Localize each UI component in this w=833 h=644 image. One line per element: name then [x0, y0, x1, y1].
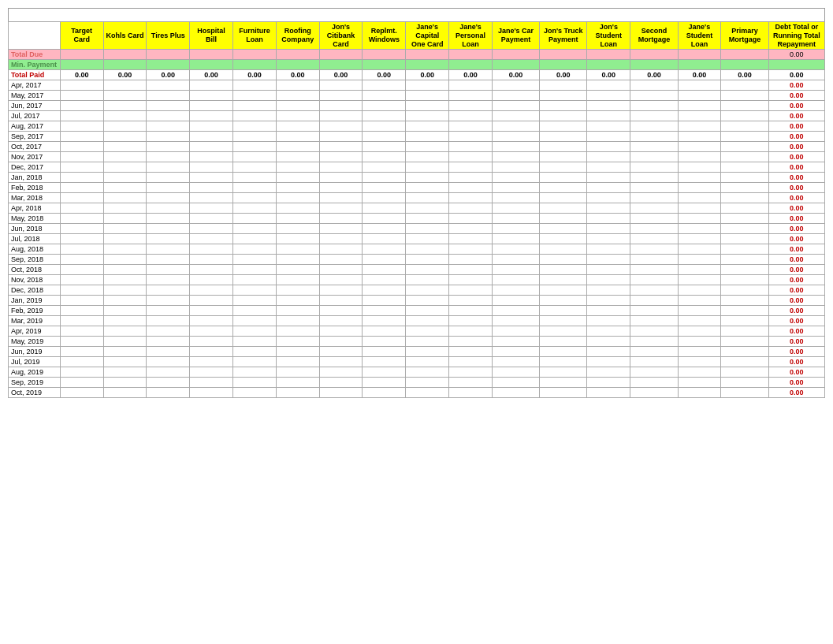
total-due-cell-9: [449, 50, 493, 60]
total-paid-cell-15: 0.00: [721, 70, 768, 80]
data-cell-4: [233, 296, 277, 306]
data-cell-9: [449, 347, 493, 357]
data-cell-12: [587, 101, 630, 111]
data-cell-14: [678, 255, 721, 265]
date-cell: Feb, 2019: [9, 306, 61, 316]
data-cell-14: [678, 285, 721, 296]
data-cell-12: [587, 80, 630, 91]
total-paid-cell-5: 0.00: [276, 70, 319, 80]
data-cell-10: [492, 337, 539, 347]
data-cell-9: [449, 142, 493, 152]
data-cell-5: [276, 316, 319, 326]
date-cell: May, 2019: [9, 337, 61, 347]
running-total: 0.00: [768, 388, 824, 398]
data-cell-4: [233, 326, 277, 337]
table-row: Sep, 20170.00: [9, 132, 825, 142]
data-cell-11: [540, 142, 587, 152]
data-cell-4: [233, 91, 277, 101]
data-cell-0: [60, 193, 103, 203]
data-cell-0: [60, 152, 103, 162]
table-row: May, 20190.00: [9, 337, 825, 347]
data-cell-9: [449, 80, 493, 91]
data-cell-0: [60, 285, 103, 296]
data-cell-3: [190, 183, 233, 193]
data-cell-9: [449, 357, 493, 367]
data-cell-7: [363, 265, 406, 275]
data-cell-2: [147, 275, 190, 285]
data-cell-7: [363, 337, 406, 347]
min-payment-cell-1: [103, 60, 147, 70]
data-cell-11: [540, 162, 587, 173]
data-cell-15: [721, 203, 768, 214]
data-cell-11: [540, 152, 587, 162]
data-cell-4: [233, 244, 277, 255]
data-cell-12: [587, 121, 630, 132]
data-cell-14: [678, 367, 721, 378]
min-payment-label: Min. Payment: [9, 60, 61, 70]
data-cell-12: [587, 337, 630, 347]
table-row: Aug, 20190.00: [9, 367, 825, 378]
data-cell-3: [190, 142, 233, 152]
data-cell-6: [319, 111, 363, 121]
table-row: Apr, 20170.00: [9, 80, 825, 91]
data-cell-14: [678, 203, 721, 214]
data-cell-6: [319, 183, 363, 193]
data-cell-4: [233, 378, 277, 388]
data-cell-6: [319, 265, 363, 275]
data-cell-1: [103, 285, 147, 296]
data-cell-12: [587, 326, 630, 337]
data-cell-3: [190, 244, 233, 255]
data-cell-11: [540, 275, 587, 285]
data-cell-8: [406, 214, 449, 224]
col-janes-car-header: Jane's CarPayment: [492, 22, 539, 50]
data-cell-3: [190, 214, 233, 224]
data-cell-6: [319, 132, 363, 142]
data-cell-3: [190, 173, 233, 183]
data-cell-0: [60, 101, 103, 111]
total-paid-cell-11: 0.00: [540, 70, 587, 80]
data-cell-1: [103, 152, 147, 162]
data-cell-3: [190, 193, 233, 203]
data-cell-7: [363, 162, 406, 173]
date-cell: May, 2018: [9, 214, 61, 224]
data-cell-0: [60, 234, 103, 244]
running-total: 0.00: [768, 193, 824, 203]
data-cell-3: [190, 162, 233, 173]
data-cell-8: [406, 306, 449, 316]
data-cell-2: [147, 296, 190, 306]
data-cell-4: [233, 121, 277, 132]
worksheet-container: TargetCard Kohls Card Tires Plus Hospita…: [0, 0, 833, 644]
data-cell-1: [103, 111, 147, 121]
data-cell-7: [363, 183, 406, 193]
data-cell-4: [233, 132, 277, 142]
data-cell-2: [147, 152, 190, 162]
data-cell-4: [233, 142, 277, 152]
data-cell-5: [276, 132, 319, 142]
data-cell-5: [276, 347, 319, 357]
data-cell-7: [363, 214, 406, 224]
data-cell-2: [147, 234, 190, 244]
data-cell-4: [233, 162, 277, 173]
date-cell: Apr, 2018: [9, 203, 61, 214]
data-cell-8: [406, 101, 449, 111]
col-target-header: TargetCard: [60, 22, 103, 50]
data-cell-10: [492, 152, 539, 162]
running-total: 0.00: [768, 111, 824, 121]
data-cell-11: [540, 265, 587, 275]
data-cell-1: [103, 193, 147, 203]
data-cell-13: [630, 203, 678, 214]
data-cell-13: [630, 337, 678, 347]
data-cell-15: [721, 162, 768, 173]
date-cell: Jul, 2018: [9, 234, 61, 244]
data-cell-4: [233, 101, 277, 111]
data-cell-0: [60, 80, 103, 91]
data-cell-13: [630, 162, 678, 173]
data-cell-5: [276, 101, 319, 111]
data-cell-14: [678, 162, 721, 173]
data-cell-15: [721, 173, 768, 183]
data-cell-13: [630, 173, 678, 183]
data-cell-13: [630, 101, 678, 111]
data-cell-14: [678, 111, 721, 121]
data-cell-9: [449, 275, 493, 285]
data-cell-9: [449, 326, 493, 337]
